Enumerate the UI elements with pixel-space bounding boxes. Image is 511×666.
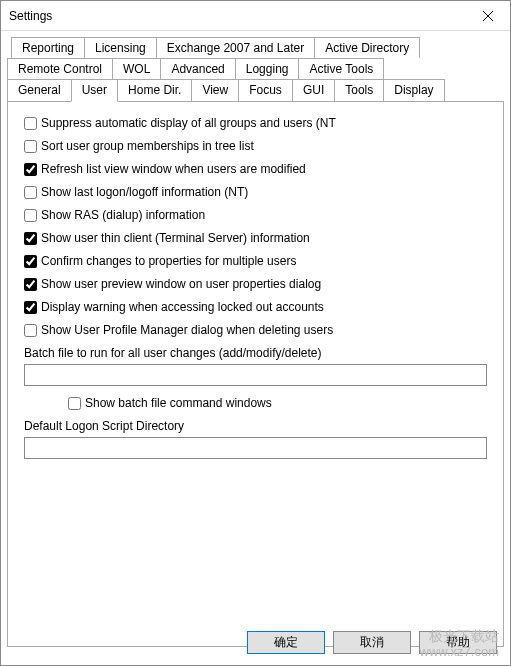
- checkbox-show-cmd[interactable]: [68, 397, 81, 410]
- tab-display[interactable]: Display: [383, 79, 444, 101]
- label-show-ras[interactable]: Show RAS (dialup) information: [41, 208, 205, 222]
- tab-advanced[interactable]: Advanced: [160, 58, 235, 79]
- checkbox-locked-warning[interactable]: [24, 301, 37, 314]
- dialog-content: Reporting Licensing Exchange 2007 and La…: [1, 31, 510, 647]
- logon-script-input[interactable]: [24, 437, 487, 459]
- ok-button[interactable]: 确定: [247, 631, 325, 654]
- tab-wol[interactable]: WOL: [112, 58, 161, 79]
- tab-tools[interactable]: Tools: [334, 79, 384, 101]
- option-confirm-changes: Confirm changes to properties for multip…: [24, 254, 487, 268]
- tab-view[interactable]: View: [191, 79, 239, 101]
- option-thin-client: Show user thin client (Terminal Server) …: [24, 231, 487, 245]
- tab-general[interactable]: General: [7, 79, 72, 101]
- checkbox-profile-manager[interactable]: [24, 324, 37, 337]
- checkbox-confirm-changes[interactable]: [24, 255, 37, 268]
- checkbox-sort-groups[interactable]: [24, 140, 37, 153]
- label-suppress-display[interactable]: Suppress automatic display of all groups…: [41, 116, 336, 130]
- label-locked-warning[interactable]: Display warning when accessing locked ou…: [41, 300, 324, 314]
- label-thin-client[interactable]: Show user thin client (Terminal Server) …: [41, 231, 310, 245]
- option-suppress-display: Suppress automatic display of all groups…: [24, 116, 487, 130]
- tab-logging[interactable]: Logging: [235, 58, 300, 79]
- dialog-footer: 确定 取消 帮助: [247, 631, 497, 654]
- tab-reporting[interactable]: Reporting: [11, 37, 85, 58]
- tab-focus[interactable]: Focus: [238, 79, 293, 101]
- tab-gui[interactable]: GUI: [292, 79, 335, 101]
- checkbox-suppress-display[interactable]: [24, 117, 37, 130]
- close-icon: [483, 11, 493, 21]
- batch-file-input[interactable]: [24, 364, 487, 386]
- label-sort-groups[interactable]: Sort user group memberships in tree list: [41, 139, 254, 153]
- tab-active-tools[interactable]: Active Tools: [298, 58, 384, 79]
- tab-strip: Reporting Licensing Exchange 2007 and La…: [7, 37, 504, 647]
- checkbox-refresh-list[interactable]: [24, 163, 37, 176]
- titlebar: Settings: [1, 1, 510, 31]
- logon-script-label: Default Logon Script Directory: [24, 419, 487, 433]
- checkbox-preview-window[interactable]: [24, 278, 37, 291]
- label-confirm-changes[interactable]: Confirm changes to properties for multip…: [41, 254, 296, 268]
- option-refresh-list: Refresh list view window when users are …: [24, 162, 487, 176]
- help-button[interactable]: 帮助: [419, 631, 497, 654]
- tab-licensing[interactable]: Licensing: [84, 37, 157, 58]
- label-preview-window[interactable]: Show user preview window on user propert…: [41, 277, 321, 291]
- checkbox-show-ras[interactable]: [24, 209, 37, 222]
- close-button[interactable]: [468, 2, 508, 30]
- option-locked-warning: Display warning when accessing locked ou…: [24, 300, 487, 314]
- checkbox-show-logon[interactable]: [24, 186, 37, 199]
- label-refresh-list[interactable]: Refresh list view window when users are …: [41, 162, 306, 176]
- option-sort-groups: Sort user group memberships in tree list: [24, 139, 487, 153]
- batch-file-label: Batch file to run for all user changes (…: [24, 346, 487, 360]
- option-show-ras: Show RAS (dialup) information: [24, 208, 487, 222]
- option-show-logon: Show last logon/logoff information (NT): [24, 185, 487, 199]
- option-show-cmd: Show batch file command windows: [68, 396, 487, 410]
- label-show-logon[interactable]: Show last logon/logoff information (NT): [41, 185, 248, 199]
- window-title: Settings: [9, 9, 52, 23]
- tab-exchange[interactable]: Exchange 2007 and Later: [156, 37, 315, 58]
- tab-remote-control[interactable]: Remote Control: [7, 58, 113, 79]
- option-preview-window: Show user preview window on user propert…: [24, 277, 487, 291]
- tab-home-dir[interactable]: Home Dir.: [117, 79, 192, 101]
- tab-panel: Suppress automatic display of all groups…: [7, 101, 504, 647]
- label-show-cmd[interactable]: Show batch file command windows: [85, 396, 272, 410]
- label-profile-manager[interactable]: Show User Profile Manager dialog when de…: [41, 323, 333, 337]
- option-profile-manager: Show User Profile Manager dialog when de…: [24, 323, 487, 337]
- cancel-button[interactable]: 取消: [333, 631, 411, 654]
- checkbox-thin-client[interactable]: [24, 232, 37, 245]
- tab-active-directory[interactable]: Active Directory: [314, 37, 420, 58]
- tab-user[interactable]: User: [71, 79, 118, 102]
